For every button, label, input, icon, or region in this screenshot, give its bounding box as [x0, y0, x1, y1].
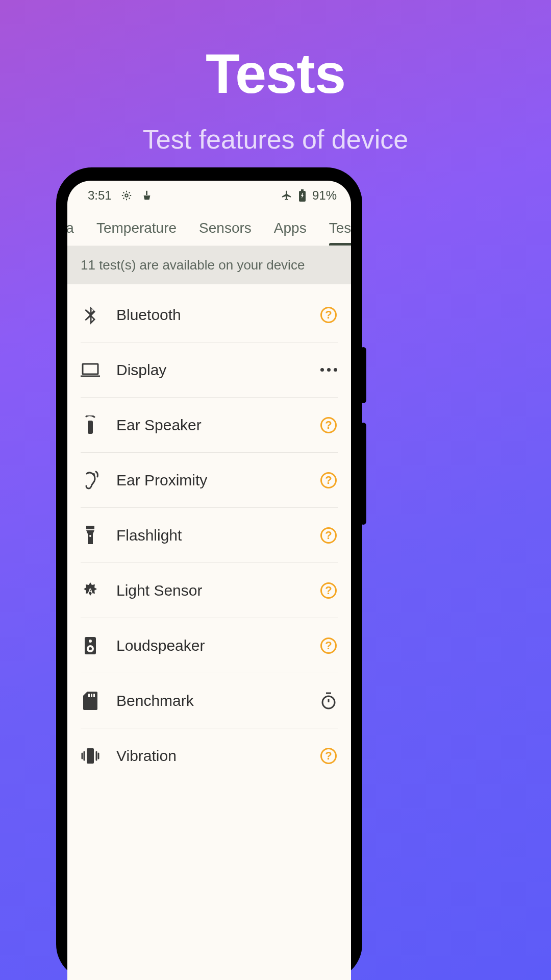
- gear-icon: [121, 190, 132, 201]
- tab-temperature[interactable]: Temperature: [95, 210, 178, 246]
- phone-frame: 3:51 91% ra Temperature: [56, 167, 362, 980]
- test-label: Benchmark: [116, 692, 303, 709]
- svg-text:A: A: [88, 587, 93, 595]
- more-icon[interactable]: [319, 361, 338, 379]
- tab-bar: ra Temperature Sensors Apps Tests: [67, 210, 351, 246]
- phone-side-button-2: [360, 423, 366, 525]
- test-label: Bluetooth: [116, 306, 303, 324]
- test-label: Vibration: [116, 747, 303, 765]
- test-item-display[interactable]: Display: [81, 342, 338, 398]
- tab-tests[interactable]: Tests: [328, 210, 351, 246]
- laptop-icon: [81, 360, 100, 380]
- svg-point-0: [125, 194, 128, 197]
- hero-title: Tests: [0, 0, 551, 106]
- light-sensor-icon: A: [81, 581, 100, 600]
- broom-icon: [141, 190, 153, 201]
- svg-rect-8: [86, 526, 94, 529]
- test-label: Display: [116, 361, 303, 379]
- svg-point-12: [89, 640, 92, 643]
- ear-speaker-icon: [81, 415, 100, 435]
- phone-screen: 3:51 91% ra Temperature: [67, 181, 351, 980]
- test-item-loudspeaker[interactable]: Loudspeaker ?: [81, 618, 338, 673]
- help-icon[interactable]: ?: [319, 581, 338, 600]
- test-item-vibration[interactable]: Vibration ?: [81, 728, 338, 783]
- test-item-flashlight[interactable]: Flashlight ?: [81, 508, 338, 563]
- svg-rect-1: [146, 191, 147, 195]
- test-label: Ear Speaker: [116, 416, 303, 434]
- svg-rect-21: [87, 748, 94, 764]
- help-icon[interactable]: ?: [319, 471, 338, 489]
- svg-rect-15: [88, 694, 90, 697]
- status-battery-text: 91%: [312, 188, 337, 203]
- svg-point-14: [89, 647, 92, 650]
- status-bar: 3:51 91%: [67, 181, 351, 210]
- timer-icon[interactable]: [319, 692, 338, 710]
- svg-rect-4: [83, 364, 98, 374]
- status-time: 3:51: [88, 188, 112, 203]
- help-icon[interactable]: ?: [319, 306, 338, 324]
- svg-rect-17: [93, 694, 95, 697]
- battery-charging-icon: [298, 189, 306, 202]
- help-icon[interactable]: ?: [319, 416, 338, 434]
- help-icon[interactable]: ?: [319, 636, 338, 655]
- test-item-ear-speaker[interactable]: Ear Speaker ?: [81, 398, 338, 453]
- svg-point-7: [93, 473, 95, 475]
- ear-proximity-icon: [81, 471, 100, 490]
- help-icon[interactable]: ?: [319, 747, 338, 765]
- loudspeaker-icon: [81, 636, 100, 655]
- tab-sensors[interactable]: Sensors: [198, 210, 253, 246]
- help-icon[interactable]: ?: [319, 526, 338, 545]
- tab-camera[interactable]: ra: [67, 210, 75, 246]
- test-item-benchmark[interactable]: Benchmark: [81, 673, 338, 728]
- svg-point-9: [89, 535, 91, 537]
- phone-side-button-1: [360, 347, 366, 403]
- test-label: Flashlight: [116, 527, 303, 544]
- test-label: Light Sensor: [116, 582, 303, 599]
- bluetooth-icon: [81, 305, 100, 325]
- test-item-ear-proximity[interactable]: Ear Proximity ?: [81, 453, 338, 508]
- svg-rect-2: [301, 189, 304, 191]
- test-item-bluetooth[interactable]: Bluetooth ?: [81, 287, 338, 342]
- tab-apps[interactable]: Apps: [273, 210, 308, 246]
- airplane-icon: [281, 190, 292, 201]
- flashlight-icon: [81, 526, 100, 545]
- test-item-light-sensor[interactable]: A Light Sensor ?: [81, 563, 338, 618]
- vibration-icon: [81, 746, 100, 766]
- tests-available-banner: 11 test(s) are available on your device: [67, 246, 351, 284]
- hero-subtitle: Test features of device: [0, 124, 551, 155]
- test-label: Ear Proximity: [116, 472, 303, 489]
- sd-card-icon: [81, 691, 100, 710]
- test-label: Loudspeaker: [116, 637, 303, 654]
- svg-rect-6: [88, 421, 93, 434]
- svg-rect-16: [91, 694, 92, 697]
- test-list: Bluetooth ? Display Ear Speaker ?: [67, 284, 351, 980]
